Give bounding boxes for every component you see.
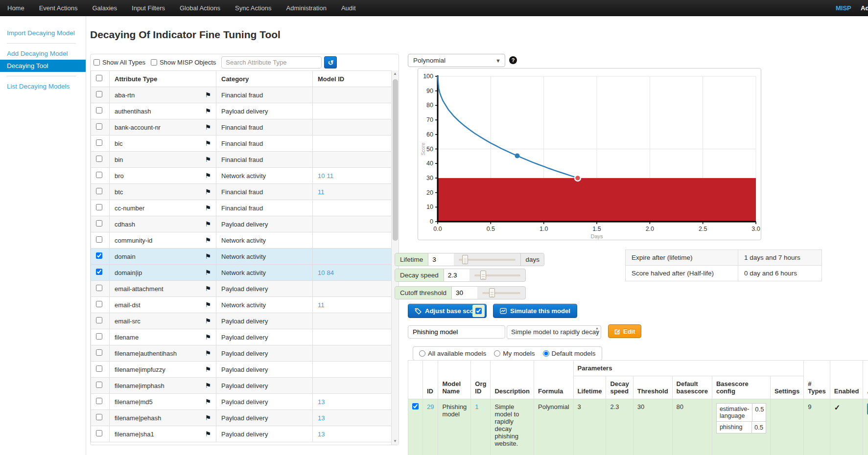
- table-row[interactable]: ⚑email-attachmentPayload delivery: [91, 281, 392, 297]
- table-row[interactable]: ⚑email-srcPayload delivery: [91, 313, 392, 329]
- model-id-link[interactable]: 11: [327, 172, 333, 180]
- textarea-scroll-icons[interactable]: ▲▼: [594, 326, 600, 338]
- radio-input[interactable]: [419, 350, 425, 357]
- table-row[interactable]: ⚑bank-account-nrFinancial fraud: [91, 119, 392, 136]
- table-row[interactable]: ⚑domainNetwork activity: [91, 249, 392, 265]
- nav-item-audit[interactable]: Audit: [334, 0, 363, 16]
- row-checkbox[interactable]: [96, 172, 102, 178]
- row-checkbox[interactable]: [96, 156, 102, 162]
- table-row[interactable]: ⚑authentihashPayload delivery: [91, 103, 392, 119]
- model-filter-default-models[interactable]: Default models: [543, 350, 596, 357]
- row-checkbox[interactable]: [96, 269, 102, 275]
- model-id-link[interactable]: 13: [318, 398, 325, 406]
- slider-handle[interactable]: [480, 271, 486, 280]
- sidebar-item-add-decaying-model[interactable]: Add Decaying Model: [0, 47, 86, 60]
- nav-item-administration[interactable]: Administration: [279, 0, 334, 16]
- row-checkbox[interactable]: [96, 204, 102, 210]
- row-checkbox[interactable]: [96, 430, 102, 436]
- scroll-down-icon[interactable]: ▼: [392, 438, 399, 445]
- table-row[interactable]: ⚑filename|authentihashPayload delivery: [91, 345, 392, 362]
- sidebar-item-decaying-tool[interactable]: Decaying Tool: [0, 60, 86, 72]
- reset-search-button[interactable]: ↺: [324, 56, 337, 68]
- model-id-link[interactable]: 29: [427, 403, 434, 410]
- table-row[interactable]: ⚑filename|impfuzzyPayload delivery: [91, 362, 392, 378]
- row-checkbox[interactable]: [96, 365, 102, 372]
- slider-track[interactable]: [482, 292, 520, 294]
- table-row[interactable]: ⚑broNetwork activity1011: [91, 168, 392, 184]
- row-checkbox[interactable]: [96, 139, 102, 146]
- model-name-input[interactable]: [408, 325, 505, 339]
- row-checkbox[interactable]: [96, 317, 102, 323]
- table-row[interactable]: ⚑domain|ipNetwork activity1084: [91, 265, 392, 281]
- table-row[interactable]: ⚑aba-rtnFinancial fraud: [91, 87, 392, 103]
- radio-input[interactable]: [543, 350, 549, 357]
- slider[interactable]: [459, 253, 516, 266]
- nav-item-input-filters[interactable]: Input Filters: [124, 0, 172, 16]
- sidebar-item-list-decaying-models[interactable]: List Decaying Models: [0, 80, 86, 92]
- row-checkbox[interactable]: [96, 220, 102, 227]
- org-id-link[interactable]: 1: [475, 403, 478, 410]
- table-row[interactable]: ⚑bicFinancial fraud: [91, 136, 392, 152]
- nav-item-home[interactable]: Home: [0, 0, 32, 16]
- row-checkbox[interactable]: [96, 333, 102, 340]
- scrollbar-thumb[interactable]: [393, 79, 398, 241]
- row-checkbox[interactable]: [96, 91, 102, 97]
- row-checkbox[interactable]: [96, 188, 102, 194]
- table-row[interactable]: ⚑cc-numberFinancial fraud: [91, 200, 392, 216]
- show-misp-objects-checkbox[interactable]: [151, 59, 157, 66]
- table-row[interactable]: ⚑btcFinancial fraud11: [91, 184, 392, 200]
- row-checkbox[interactable]: [96, 252, 102, 259]
- model-id-link[interactable]: 10: [318, 269, 325, 276]
- table-row[interactable]: ⚑filename|sha1Payload delivery13: [91, 426, 392, 442]
- model-id-link[interactable]: 84: [327, 269, 333, 276]
- model-id-link[interactable]: 13: [318, 414, 325, 422]
- lifetime-input[interactable]: [428, 253, 454, 266]
- table-row[interactable]: ⚑community-idNetwork activity: [91, 232, 392, 249]
- scroll-up-icon[interactable]: ▲: [392, 70, 399, 77]
- model-filter-all-available-models[interactable]: All available models: [419, 350, 486, 357]
- row-checkbox[interactable]: [96, 349, 102, 356]
- nav-item-galaxies[interactable]: Galaxies: [85, 0, 124, 16]
- model-id-link[interactable]: 11: [318, 188, 325, 196]
- slider-handle[interactable]: [489, 288, 495, 297]
- row-checkbox[interactable]: [96, 107, 102, 114]
- misp-brand[interactable]: MISP: [836, 4, 851, 12]
- table-row[interactable]: ⚑filename|pehashPayload delivery13: [91, 410, 392, 426]
- model-id-link[interactable]: 10: [318, 172, 325, 180]
- formula-select[interactable]: Polynomial ▼: [408, 54, 505, 67]
- row-checkbox[interactable]: [96, 414, 102, 420]
- table-row[interactable]: ⚑binFinancial fraud: [91, 152, 392, 168]
- radio-input[interactable]: [494, 350, 500, 357]
- row-checkbox[interactable]: [96, 301, 102, 307]
- table-row[interactable]: ⚑filename|md5Payload delivery13: [91, 394, 392, 410]
- model-filter-my-models[interactable]: My models: [494, 350, 535, 357]
- decay-chart-svg[interactable]: 01020304050607080901000.00.51.01.52.02.5…: [418, 68, 762, 241]
- model-id-link[interactable]: 11: [318, 301, 325, 309]
- sidebar-item-import-decaying-model[interactable]: Import Decaying Model: [0, 27, 86, 39]
- row-checkbox[interactable]: [96, 123, 102, 130]
- search-attribute-input[interactable]: [221, 56, 322, 68]
- model-checkbox[interactable]: [412, 403, 419, 410]
- nav-user-menu[interactable]: Admin: [861, 4, 868, 12]
- table-row[interactable]: ⚑email-dstNetwork activity11: [91, 297, 392, 313]
- help-icon[interactable]: ?: [509, 56, 517, 64]
- slider[interactable]: [474, 269, 520, 281]
- table-row[interactable]: ⚑filename|imphashPayload delivery: [91, 378, 392, 394]
- nav-item-sync-actions[interactable]: Sync Actions: [228, 0, 279, 16]
- row-checkbox[interactable]: [96, 382, 102, 388]
- slider-handle[interactable]: [462, 255, 468, 264]
- model-id-link[interactable]: 13: [318, 431, 325, 438]
- select-all-checkbox[interactable]: [96, 75, 102, 81]
- simulate-model-button[interactable]: Simulate this model: [493, 304, 577, 318]
- cutoff-threshold-input[interactable]: [452, 287, 477, 299]
- row-checkbox[interactable]: [96, 285, 102, 291]
- model-description-textarea[interactable]: Simple model to rapidly decay ▲▼: [507, 325, 601, 339]
- nav-item-global-actions[interactable]: Global Actions: [172, 0, 228, 16]
- nav-item-event-actions[interactable]: Event Actions: [32, 0, 85, 16]
- edit-model-button[interactable]: Edit: [608, 324, 641, 338]
- adjust-base-score-checkbox[interactable]: [475, 308, 482, 314]
- row-checkbox[interactable]: [96, 236, 102, 243]
- table-row[interactable]: ⚑cdhashPayload delivery: [91, 216, 392, 232]
- decay-speed-input[interactable]: [444, 269, 469, 281]
- slider[interactable]: [482, 287, 520, 299]
